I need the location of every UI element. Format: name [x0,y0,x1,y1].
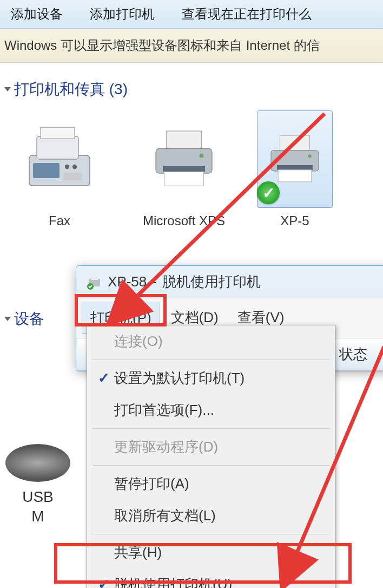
svg-rect-18 [91,276,98,280]
printers-section-header[interactable]: 打印机和传真 (3) [5,79,378,100]
svg-line-20 [133,114,325,300]
view-printing-btn[interactable]: 查看现在正在打印什么 [182,5,312,23]
svg-point-4 [65,165,69,169]
info-bar: Windows 可以显示增强型设备图标和来自 Internet 的信 [0,29,383,63]
checkmark-icon: ✓ [98,370,114,387]
add-device-btn[interactable]: 添加设备 [11,5,63,23]
devices-section-header[interactable]: 设备 [5,309,44,329]
fax-icon [22,121,97,197]
device-label: Fax [49,213,70,228]
svg-rect-6 [63,173,82,180]
disclosure-icon [4,317,11,321]
svg-line-21 [295,347,383,558]
disclosure-icon [4,87,11,92]
section-title: 打印机和传真 (3) [14,79,128,100]
usb-label-2: M [31,508,44,525]
printer-title-icon [87,275,102,290]
device-fax[interactable]: Fax [5,110,114,228]
toolbar: 添加设备 添加打印机 查看现在正在打印什么 [0,0,383,29]
svg-rect-1 [37,136,78,159]
usb-device-icon [5,444,70,482]
svg-point-5 [72,165,77,169]
svg-rect-3 [33,163,60,178]
usb-device[interactable]: USB M [5,444,70,527]
usb-label-1: USB [22,488,54,505]
section-title: 设备 [14,309,44,329]
annotation-arrow-1 [124,108,330,311]
annotation-arrow-2 [281,341,383,571]
svg-rect-2 [41,127,75,139]
add-printer-btn[interactable]: 添加打印机 [90,5,155,23]
